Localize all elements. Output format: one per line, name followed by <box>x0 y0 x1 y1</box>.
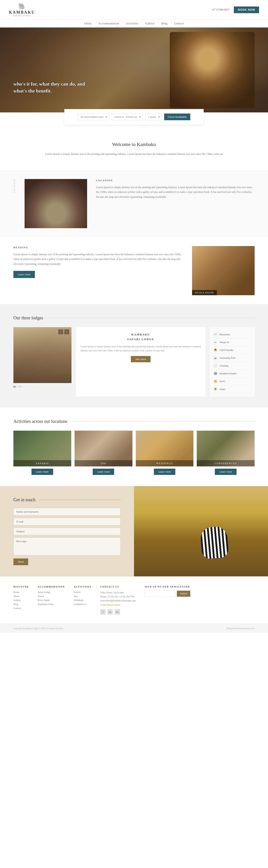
contact-image <box>134 486 268 576</box>
nav-blog[interactable]: Blog <box>162 22 168 25</box>
guest-select[interactable]: 1 guest <box>145 114 162 120</box>
amenity-wifi-label: Wi-Fi <box>220 380 225 382</box>
location-image <box>25 179 87 228</box>
amenity-disabled-label: Disabled friendly <box>220 372 237 375</box>
activity-spa: SPA Learn more <box>75 431 132 475</box>
safari-icon: 🦁 <box>213 387 217 391</box>
lodge-description: Lorem Ipsum is simply dummy text of the … <box>80 344 201 353</box>
footer-email: reservations@kambakusafarilodge.com <box>100 599 136 603</box>
newsletter-input[interactable] <box>144 591 176 597</box>
footer-safari-lodge[interactable]: Safari Lodge <box>38 591 65 593</box>
footer-contact-details: Office Hours: 7am to 4pm Phone: +27 (0) … <box>100 591 136 607</box>
credit-text: Designed by Rawcreative.co.za <box>227 627 255 629</box>
checkin-select[interactable]: Check in - Check out <box>111 114 143 120</box>
subject-input[interactable] <box>13 528 121 535</box>
location-body: Lorem Ipsum is simply dummy text of the … <box>96 185 255 199</box>
lodge-image-area: ‹ › 01 / 03 <box>13 327 71 397</box>
weddings-learn-btn[interactable]: Learn more <box>154 469 175 475</box>
check-availability-button[interactable]: Check Availability <box>164 114 190 120</box>
disabled-icon: ♿ <box>213 371 217 375</box>
location-heading: LOCATION <box>96 179 255 182</box>
welcome-section: Welcome to Kambaku Lorem Ipsum is simply… <box>0 128 268 170</box>
footer-gallery[interactable]: Gallery <box>13 599 29 601</box>
facebook-icon[interactable]: f <box>100 609 106 615</box>
footer-activities-col: Activities Safaris Spa Weddings Conferen… <box>74 586 91 615</box>
accommodation-select[interactable]: Accommodation type <box>78 114 109 120</box>
twitter-icon[interactable]: tw <box>114 609 120 615</box>
pool-icon: 🏊 <box>213 356 217 360</box>
spa-learn-btn[interactable]: Learn more <box>93 469 114 475</box>
restaurant-icon: 🍽 <box>213 332 217 336</box>
activities-grid: SAFARIS Learn more SPA Learn more WEDDIN… <box>13 431 255 475</box>
amenity-cleaning: 🧹 Cleaning <box>213 362 251 370</box>
learn-more-button[interactable]: Learn more <box>13 271 35 278</box>
hero-text-block: who's it for, what they can do, and what… <box>13 81 89 95</box>
contact-form-area: Get in touch Send <box>0 486 134 576</box>
activities-section: Activities across our locations SAFARIS … <box>0 408 268 486</box>
amenity-pool: 🏊 Swimming Pool <box>213 354 251 362</box>
sleeps-icon: 🛏 <box>213 340 217 344</box>
nav-about[interactable]: About <box>84 22 92 25</box>
phone-number: +27 15 004 0817 <box>211 8 230 11</box>
safaris-learn-btn[interactable]: Learn more <box>32 469 53 475</box>
footer-contact[interactable]: Contact <box>13 607 29 610</box>
footer-weddings[interactable]: Weddings <box>74 599 91 601</box>
footer-contact-info: Contact us Office Hours: 7am to 4pm Phon… <box>100 586 136 615</box>
lodges-title: Our three lodges <box>13 315 255 320</box>
zebra-graphic <box>200 526 229 559</box>
footer-home[interactable]: Home <box>13 591 29 593</box>
nav-accommodation[interactable]: Accommodation <box>98 22 119 25</box>
header: 🐘 KAMBAKU SAFARI LODGE +27 15 004 0817 B… <box>0 0 268 20</box>
lodge-amenities: 🍽 Restaurant 🛏 Sleeps 16 👧 Child friendl… <box>210 327 255 397</box>
lodge-info: KAMBAKU SAFARI LODGE Lorem Ipsum is simp… <box>76 327 205 397</box>
amenity-child-label: Child friendly <box>220 349 233 351</box>
newsletter-heading: Sign up to our newsletter <box>144 586 190 588</box>
social-icons: f in tw <box>100 609 136 615</box>
footer-safaris[interactable]: Safaris <box>74 591 91 593</box>
nav-activities[interactable]: Activities <box>126 22 138 25</box>
amenity-cleaning-label: Cleaning <box>220 364 229 367</box>
lodge-carousel: ‹ › 01 / 03 KAMBAKU SAFARI LODGE Lorem I… <box>13 327 255 397</box>
logo-name: KAMBAKU <box>9 10 35 15</box>
footer-conferences[interactable]: Conferences <box>74 603 91 606</box>
footer-spa[interactable]: Spa <box>74 595 91 597</box>
book-now-button[interactable]: BOOK NOW <box>234 6 259 13</box>
see-more-button[interactable]: See more <box>131 356 150 362</box>
footer-kambaku-glass[interactable]: Kambaku Glass <box>38 603 65 606</box>
welcome-title: Welcome to Kambaku <box>45 142 223 147</box>
newsletter-submit-button[interactable]: Submit <box>177 591 190 597</box>
nav-gallery[interactable]: Gallery <box>145 22 155 25</box>
lodge-prev-button[interactable]: ‹ <box>58 330 63 334</box>
lodge-next-button[interactable]: › <box>64 330 69 334</box>
location-section: LOCATION LOCATION Lorem Ipsum is simply … <box>0 170 268 237</box>
message-input[interactable] <box>13 537 121 555</box>
conferences-learn-btn[interactable]: Learn more <box>215 469 236 475</box>
weddings-image: WEDDINGS <box>136 431 194 466</box>
send-button[interactable]: Send <box>13 558 28 565</box>
office-hours: Office Hours: 7am to 4pm <box>100 591 136 595</box>
amenity-restaurant-label: Restaurant <box>220 333 230 336</box>
heading-section: HEADING Lorem Ipsum is simply dummy text… <box>0 237 268 304</box>
instagram-icon[interactable]: in <box>107 609 113 615</box>
footer-about-acc[interactable]: About <box>38 595 65 597</box>
logo-icon: 🐘 <box>18 3 26 10</box>
footer-river-sands[interactable]: River Sands <box>38 599 65 601</box>
amenity-child: 👧 Child friendly <box>213 346 251 354</box>
email-input[interactable] <box>13 518 121 525</box>
footer-blog[interactable]: Blog <box>13 603 29 606</box>
nav-contact[interactable]: Contact <box>174 22 184 25</box>
child-icon: 👧 <box>213 348 217 352</box>
heading-body: Lorem Ipsum is simply dummy text of the … <box>13 252 183 267</box>
zebra-scene <box>134 486 268 576</box>
footer-about[interactable]: About <box>13 595 29 597</box>
online-reservations[interactable]: Online Reservations <box>100 603 136 607</box>
spa-label: SPA <box>75 460 132 466</box>
name-input[interactable] <box>13 508 121 516</box>
contact-section: Get in touch Send <box>0 486 268 576</box>
accommodation-heading: Accommodation <box>38 586 65 588</box>
discover-heading: Discover <box>13 586 29 588</box>
lodge-img-inner <box>13 327 71 383</box>
counter-current: 01 <box>13 385 16 388</box>
activities-title: Activities across our locations <box>13 419 255 424</box>
header-right: +27 15 004 0817 BOOK NOW <box>211 6 259 13</box>
